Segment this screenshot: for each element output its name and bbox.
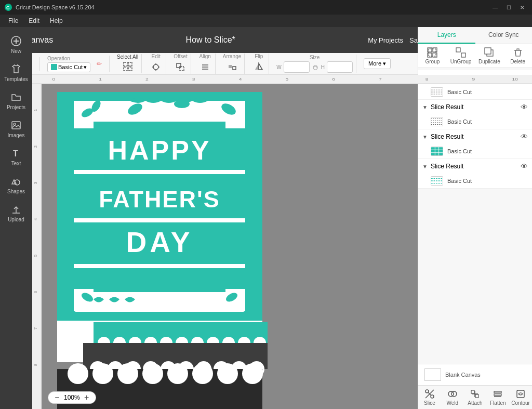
sidebar-shapes-label: Shapes xyxy=(7,189,25,194)
svg-rect-125 xyxy=(461,53,466,57)
menu-bar: File Edit Help xyxy=(0,15,532,27)
offset-button[interactable] xyxy=(174,60,187,74)
flip-button[interactable] xyxy=(252,60,265,74)
panel-actions: Group UnGroup Duplicate Delete xyxy=(418,44,532,68)
svg-text:10: 10 xyxy=(512,77,518,82)
menu-help[interactable]: Help xyxy=(46,16,67,25)
sidebar-item-images[interactable]: Images xyxy=(2,115,30,142)
design-svg[interactable]: HAPPY FATHER'S DAY xyxy=(52,89,307,409)
select-all-button[interactable] xyxy=(121,60,135,73)
size-label: Size xyxy=(310,55,320,60)
ungroup-icon xyxy=(456,47,466,58)
attach-tool[interactable]: Attach xyxy=(464,386,487,409)
svg-text:FATHER'S: FATHER'S xyxy=(99,186,220,213)
maximize-button[interactable]: ☐ xyxy=(503,3,514,11)
close-button[interactable]: ✕ xyxy=(516,3,528,11)
duplicate-label: Duplicate xyxy=(478,59,500,64)
select-all-label: Select All xyxy=(117,54,138,60)
sidebar-item-templates[interactable]: Templates xyxy=(2,59,30,86)
layer-item-2[interactable]: Basic Cut xyxy=(418,114,532,129)
layer-item-1[interactable]: Basic Cut xyxy=(418,85,532,99)
duplicate-button[interactable]: Duplicate xyxy=(475,44,504,68)
svg-text:1: 1 xyxy=(33,109,38,111)
image-icon xyxy=(10,120,22,131)
svg-point-115 xyxy=(167,363,188,384)
edit-button[interactable] xyxy=(149,60,163,74)
layer-name-4: Basic Cut xyxy=(447,178,472,184)
sidebar-item-shapes[interactable]: Shapes xyxy=(2,171,30,199)
svg-text:T: T xyxy=(13,149,18,158)
slice-icon xyxy=(424,389,435,399)
svg-text:HAPPY: HAPPY xyxy=(108,135,211,165)
eye-icon-3[interactable]: 👁 xyxy=(521,133,528,141)
layer-name-2: Basic Cut xyxy=(447,118,472,125)
blank-canvas-row[interactable]: Blank Canvas xyxy=(418,364,532,385)
slice-title-2: Slice Result xyxy=(431,103,517,111)
sidebar-item-projects[interactable]: Projects xyxy=(2,87,30,114)
my-projects-button[interactable]: My Projects xyxy=(368,36,403,44)
tab-color-sync[interactable]: Color Sync xyxy=(475,27,533,44)
zoom-in-button[interactable]: + xyxy=(82,393,91,402)
sidebar-item-text[interactable]: T Text xyxy=(2,143,30,170)
height-input[interactable] xyxy=(327,61,353,73)
weld-tool[interactable]: Weld xyxy=(441,386,464,409)
menu-file[interactable]: File xyxy=(4,16,22,25)
operation-dropdown[interactable]: Basic Cut ▾ xyxy=(47,62,90,72)
eye-icon-4[interactable]: 👁 xyxy=(521,162,528,170)
layer-item-4[interactable]: Basic Cut xyxy=(418,174,532,188)
eye-icon-2[interactable]: 👁 xyxy=(521,103,528,111)
svg-point-116 xyxy=(192,363,213,384)
svg-rect-5 xyxy=(128,67,132,71)
vertical-ruler: 1 2 3 4 5 6 7 8 xyxy=(32,84,42,409)
slice-group-2: ▼ Slice Result 👁 Basic Cut xyxy=(418,100,532,129)
align-button[interactable] xyxy=(198,60,212,74)
layer-thumbnail-3 xyxy=(431,147,443,156)
operation-label: Operation xyxy=(47,56,90,61)
slice-header-4[interactable]: ▼ Slice Result 👁 xyxy=(418,159,532,174)
sidebar-upload-label: Upload xyxy=(8,217,24,222)
delete-button[interactable]: Delete xyxy=(503,44,532,68)
layer-item-3[interactable]: Basic Cut xyxy=(418,144,532,159)
chevron-icon-2: ▼ xyxy=(422,104,428,110)
svg-rect-159 xyxy=(494,394,501,395)
svg-rect-119 xyxy=(428,48,432,52)
svg-rect-138 xyxy=(431,147,443,156)
delete-label: Delete xyxy=(510,59,525,64)
color-picker-button[interactable]: ✏ xyxy=(92,57,106,71)
svg-rect-44 xyxy=(32,84,42,409)
slice-group-3: ▼ Slice Result 👁 Basic Cut xyxy=(418,129,532,159)
svg-point-114 xyxy=(142,363,163,384)
svg-point-117 xyxy=(217,363,238,384)
svg-rect-124 xyxy=(456,48,460,52)
svg-point-153 xyxy=(451,391,457,397)
svg-rect-11 xyxy=(177,63,181,68)
lock-icon xyxy=(312,63,319,71)
more-button[interactable]: More ▾ xyxy=(364,58,391,69)
operation-color-swatch xyxy=(51,64,57,70)
zoom-controls: − 100% + xyxy=(48,391,96,404)
svg-rect-4 xyxy=(124,67,127,71)
slice-tool[interactable]: Slice xyxy=(418,386,441,409)
sidebar-item-new[interactable]: New xyxy=(2,31,30,58)
weld-label: Weld xyxy=(446,400,458,406)
width-input[interactable] xyxy=(284,61,310,73)
arrange-button[interactable] xyxy=(225,60,239,74)
menu-edit[interactable]: Edit xyxy=(24,16,44,25)
edit-label: Edit xyxy=(152,54,161,59)
svg-text:9: 9 xyxy=(472,77,475,82)
slice-header-3[interactable]: ▼ Slice Result 👁 xyxy=(418,129,532,144)
slice-header-2[interactable]: ▼ Slice Result 👁 xyxy=(418,100,532,114)
group-button[interactable]: Group xyxy=(418,44,447,68)
contour-tool[interactable]: Contour xyxy=(509,386,532,409)
zoom-out-button[interactable]: − xyxy=(52,393,62,402)
svg-text:3: 3 xyxy=(192,77,195,82)
svg-text:3: 3 xyxy=(33,181,38,184)
operation-value: Basic Cut xyxy=(58,64,83,70)
minimize-button[interactable]: — xyxy=(489,3,501,11)
sidebar-item-upload[interactable]: Upload xyxy=(2,200,30,227)
svg-text:8: 8 xyxy=(425,77,429,82)
tab-layers[interactable]: Layers xyxy=(418,27,475,44)
ungroup-button[interactable]: UnGroup xyxy=(447,44,475,68)
flatten-tool[interactable]: Flatten xyxy=(486,386,509,409)
svg-point-112 xyxy=(92,363,113,384)
